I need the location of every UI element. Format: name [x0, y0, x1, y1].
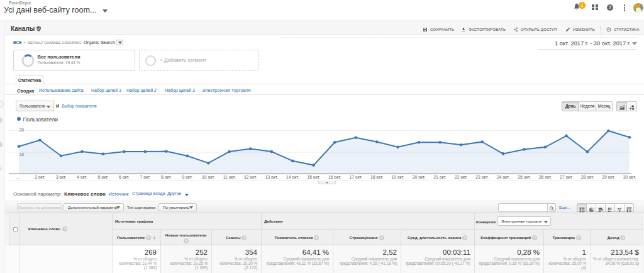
svg-text:4 окт.: 4 окт. — [77, 175, 87, 179]
svg-text:3 окт.: 3 окт. — [56, 175, 67, 179]
svg-text:20: 20 — [19, 128, 25, 132]
svg-text:14 окт.: 14 окт. — [286, 175, 299, 179]
svg-text:8 окт.: 8 окт. — [161, 175, 172, 179]
svg-text:11 окт.: 11 окт. — [223, 175, 236, 179]
svg-text:25 окт.: 25 окт. — [518, 175, 531, 179]
svg-text:6 окт.: 6 окт. — [119, 175, 130, 179]
svg-text:7 окт.: 7 окт. — [140, 175, 151, 179]
svg-text:2 окт.: 2 окт. — [35, 175, 45, 179]
svg-text:24 окт.: 24 окт. — [497, 175, 510, 179]
svg-text:10: 10 — [19, 152, 25, 157]
svg-text:19 окт.: 19 окт. — [391, 175, 404, 179]
svg-text:23 окт.: 23 окт. — [475, 175, 489, 179]
svg-text:21 окт.: 21 окт. — [433, 175, 447, 179]
svg-text:16 окт.: 16 окт. — [328, 175, 341, 179]
svg-text:30 окт.: 30 окт. — [623, 175, 636, 179]
svg-text:18 окт.: 18 окт. — [370, 175, 384, 179]
svg-text:22 окт.: 22 окт. — [455, 175, 468, 179]
svg-text:15 окт.: 15 окт. — [307, 175, 320, 179]
svg-text:9 окт.: 9 окт. — [182, 175, 192, 179]
svg-text:27 окт.: 27 окт. — [560, 175, 573, 179]
svg-text:10 окт.: 10 окт. — [202, 175, 215, 179]
svg-text:20 окт.: 20 окт. — [413, 175, 426, 179]
svg-text:5 окт.: 5 окт. — [98, 175, 109, 179]
svg-text:17 окт.: 17 окт. — [349, 175, 362, 179]
svg-text:...: ... — [16, 175, 19, 179]
svg-text:28 окт.: 28 окт. — [581, 175, 594, 179]
svg-text:26 окт.: 26 окт. — [539, 175, 552, 179]
svg-text:29 окт.: 29 окт. — [602, 175, 615, 179]
svg-text:12 окт.: 12 окт. — [244, 175, 257, 179]
svg-text:13 окт.: 13 окт. — [265, 175, 279, 179]
